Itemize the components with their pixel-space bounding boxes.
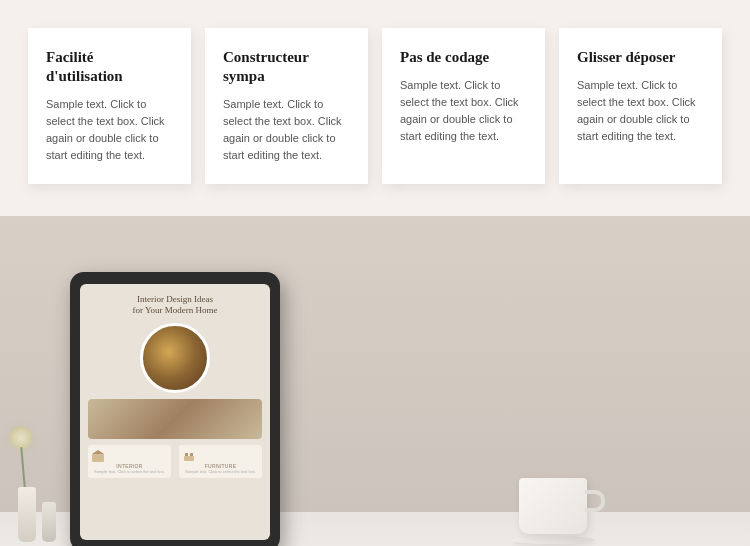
card-3[interactable]: Pas de codage Sample text. Click to sele… [382, 28, 545, 184]
card-2-title: Constructeur sympa [223, 48, 350, 86]
cup-container [519, 478, 595, 544]
tablet-circle-image [140, 323, 210, 393]
card-1-title: Facilité d'utilisation [46, 48, 173, 86]
tablet-container: Interior Design Ideasfor Your Modern Hom… [70, 272, 280, 546]
svg-rect-0 [92, 454, 104, 462]
card-2-text: Sample text. Click to select the text bo… [223, 96, 350, 164]
card-4-text: Sample text. Click to select the text bo… [577, 77, 704, 145]
furniture-icon-desc: Sample text. Click to select the text bo… [182, 469, 259, 474]
card-1-text: Sample text. Click to select the text bo… [46, 96, 173, 164]
tablet-header-text: Interior Design Ideasfor Your Modern Hom… [133, 294, 218, 317]
tablet-icons-row: INTERIOR Sample text. Click to select th… [88, 445, 262, 478]
tablet-icon-card-interior: INTERIOR Sample text. Click to select th… [88, 445, 171, 478]
bottom-section: Interior Design Ideasfor Your Modern Hom… [0, 216, 750, 546]
top-section: Facilité d'utilisation Sample text. Clic… [0, 0, 750, 216]
card-4-title: Glisser déposer [577, 48, 704, 67]
card-4[interactable]: Glisser déposer Sample text. Click to se… [559, 28, 722, 184]
card-2[interactable]: Constructeur sympa Sample text. Click to… [205, 28, 368, 184]
vase-shape-1 [18, 487, 36, 542]
svg-marker-1 [92, 450, 104, 454]
interior-icon [91, 449, 105, 463]
card-1[interactable]: Facilité d'utilisation Sample text. Clic… [28, 28, 191, 184]
cup-body [519, 478, 587, 534]
tablet-screen: Interior Design Ideasfor Your Modern Hom… [80, 284, 270, 540]
svg-rect-4 [190, 453, 193, 456]
plant-bloom [10, 427, 32, 449]
tablet-body: Interior Design Ideasfor Your Modern Hom… [70, 272, 280, 546]
cards-row: Facilité d'utilisation Sample text. Clic… [28, 28, 722, 184]
vase-left-2 [42, 502, 56, 542]
vase-left-1 [18, 487, 36, 542]
cup-saucer [511, 536, 595, 544]
card-3-text: Sample text. Click to select the text bo… [400, 77, 527, 145]
cup-handle [585, 490, 605, 512]
furniture-icon [182, 449, 196, 463]
svg-rect-2 [184, 456, 194, 461]
svg-rect-3 [185, 453, 188, 456]
tablet-icon-card-furniture: FURNITURE Sample text. Click to select t… [179, 445, 262, 478]
tablet-bottom-image [88, 399, 262, 439]
card-3-title: Pas de codage [400, 48, 527, 67]
vase-shape-2 [42, 502, 56, 542]
interior-icon-desc: Sample text. Click to select the text bo… [91, 469, 168, 474]
